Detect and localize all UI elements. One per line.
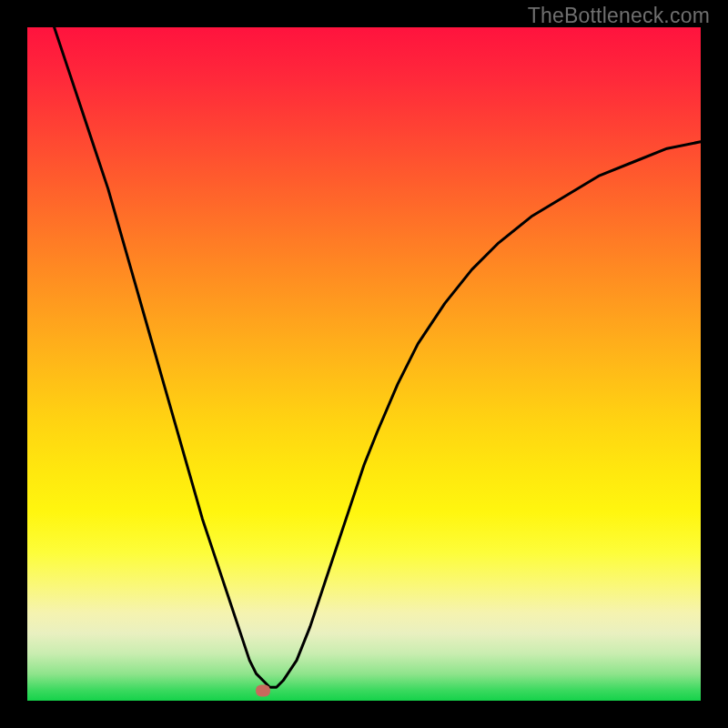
plot-area bbox=[27, 27, 701, 701]
optimal-point-marker bbox=[256, 684, 270, 696]
curve-svg bbox=[27, 27, 701, 701]
chart-frame: TheBottleneck.com bbox=[0, 0, 728, 728]
watermark-text: TheBottleneck.com bbox=[528, 4, 710, 28]
bottleneck-curve bbox=[55, 27, 701, 687]
